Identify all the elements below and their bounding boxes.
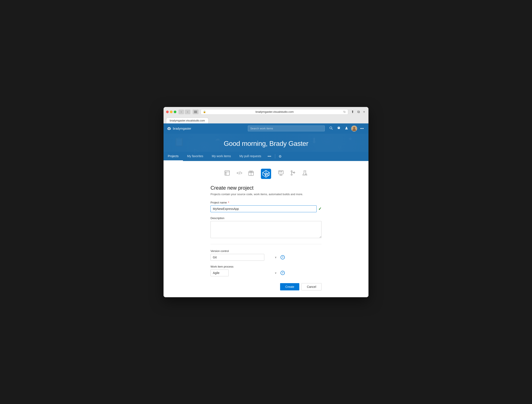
app-logo[interactable]: bradymgaster: [167, 126, 191, 131]
description-group: Description: [210, 217, 322, 239]
version-control-help-icon[interactable]: ?: [280, 255, 285, 259]
top-nav: bradymgaster Search work items: [164, 123, 368, 134]
vsts-logo-large: VS: [260, 168, 272, 180]
hero-greeting: Good morning, Brady Gaster: [164, 140, 368, 147]
vsts-large-icon: VS: [260, 168, 272, 180]
nav-my-favorites[interactable]: My favorites: [183, 152, 208, 161]
boards-icon: [224, 170, 230, 177]
version-control-label: Version control: [210, 250, 322, 253]
work-item-process-group: Work item process Agile Scrum CMMI ?: [210, 265, 322, 276]
work-item-process-label: Work item process: [210, 265, 322, 268]
url-text: bradymgaster.visualstudio.com: [207, 110, 342, 113]
nav-buttons: ‹ ›: [178, 109, 190, 114]
address-bar[interactable]: 🔒 bradymgaster.visualstudio.com ↻: [201, 109, 348, 115]
browser-window: ‹ › 🔒 bradymgaster.visualstudio.com ↻ ⬆ …: [164, 107, 368, 297]
subnav-more-button[interactable]: •••: [265, 152, 273, 161]
gift-icon: [248, 170, 254, 176]
subnav-divider: [275, 154, 275, 158]
feature-icons-row: </>: [224, 168, 308, 180]
flask-icon: [302, 170, 308, 176]
code-icon: </>: [236, 170, 242, 177]
top-nav-icons: •••: [328, 126, 365, 132]
back-button[interactable]: ‹: [178, 109, 184, 114]
package-icon: [248, 170, 254, 177]
person-icon: [345, 126, 348, 130]
browser-chrome: ‹ › 🔒 bradymgaster.visualstudio.com ↻ ⬆ …: [164, 107, 368, 123]
work-item-process-row: Agile Scrum CMMI ?: [210, 269, 322, 276]
description-label: Description: [210, 217, 322, 220]
sub-nav: Projects My favorites My work items My p…: [164, 152, 368, 161]
version-control-select-wrapper: Git Team Foundation Version Control: [210, 254, 279, 261]
lock-icon: 🔒: [203, 110, 206, 113]
work-item-process-select[interactable]: Agile Scrum CMMI: [210, 269, 229, 276]
browser-actions: ⬆ ⧉ +: [350, 109, 366, 114]
download-icon: [278, 170, 284, 176]
search-bar[interactable]: Search work items: [248, 126, 325, 131]
project-name-group: Project name * ✓: [210, 201, 322, 212]
create-button[interactable]: Create: [280, 283, 299, 290]
svg-rect-28: [280, 171, 282, 172]
board-icon: [224, 170, 230, 176]
browser-titlebar: ‹ › 🔒 bradymgaster.visualstudio.com ↻ ⬆ …: [166, 109, 366, 115]
svg-rect-29: [280, 172, 282, 172]
forward-button[interactable]: ›: [185, 109, 190, 114]
svg-point-36: [305, 174, 306, 175]
basket-button[interactable]: [336, 126, 342, 132]
svg-line-4: [332, 128, 333, 130]
main-content: </>: [164, 161, 368, 297]
build-icon: [278, 170, 284, 177]
maximize-button[interactable]: [174, 111, 176, 113]
duplicate-button[interactable]: ⧉: [356, 109, 361, 114]
version-control-group: Version control Git Team Foundation Vers…: [210, 250, 322, 261]
settings-icon[interactable]: ⚙: [277, 153, 283, 160]
svg-point-31: [291, 171, 292, 172]
more-button[interactable]: •••: [359, 126, 365, 131]
nav-my-work-items[interactable]: My work items: [208, 152, 235, 161]
person-button[interactable]: [343, 126, 349, 132]
marketplace-icon: [337, 126, 341, 130]
svg-point-3: [330, 127, 332, 129]
work-item-process-help-icon[interactable]: ?: [280, 271, 285, 275]
description-input[interactable]: [210, 221, 322, 238]
version-control-select[interactable]: Git Team Foundation Version Control: [210, 254, 264, 261]
project-name-label: Project name *: [210, 201, 322, 204]
svg-rect-27: [279, 171, 280, 172]
svg-rect-18: [225, 173, 226, 173]
svg-rect-17: [225, 172, 226, 173]
version-control-row: Git Team Foundation Version Control ?: [210, 254, 322, 261]
close-button[interactable]: [166, 111, 169, 113]
svg-rect-26: [279, 171, 283, 174]
search-button[interactable]: [328, 126, 334, 132]
new-tab-button[interactable]: +: [362, 109, 366, 114]
share-button[interactable]: ⬆: [350, 109, 355, 114]
form-actions: Create Cancel: [210, 283, 322, 290]
active-tab[interactable]: bradymgaster.visualstudio.com: [166, 118, 209, 123]
cancel-button[interactable]: Cancel: [301, 283, 322, 290]
nav-projects[interactable]: Projects: [164, 152, 183, 161]
search-placeholder-text: Search work items: [250, 127, 273, 130]
browser-tabs: bradymgaster.visualstudio.com: [166, 116, 366, 123]
search-icon: [329, 126, 333, 130]
project-name-input[interactable]: [210, 205, 317, 212]
code-brackets-icon: </>: [236, 170, 242, 176]
app-content: bradymgaster Search work items: [164, 123, 368, 297]
vsts-logo-icon: [167, 126, 171, 131]
validation-check-icon: ✓: [318, 206, 322, 211]
svg-point-32: [291, 174, 292, 175]
svg-rect-19: [225, 174, 226, 174]
create-project-form: Create new project Projects contain your…: [210, 185, 322, 290]
sidebar-toggle-button[interactable]: [193, 109, 199, 114]
required-indicator: *: [228, 201, 229, 204]
nav-my-pull-requests[interactable]: My pull requests: [235, 152, 266, 161]
svg-text:</>: </>: [237, 171, 242, 175]
branch-icon: [290, 170, 296, 177]
svg-rect-14: [225, 171, 229, 175]
svg-point-7: [353, 127, 355, 129]
fork-icon: [290, 170, 296, 176]
refresh-button[interactable]: ↻: [343, 110, 346, 114]
test-icon: [302, 170, 308, 177]
minimize-button[interactable]: [170, 111, 172, 113]
avatar[interactable]: [351, 126, 357, 132]
form-title: Create new project: [210, 185, 322, 191]
svg-rect-0: [194, 111, 197, 111]
